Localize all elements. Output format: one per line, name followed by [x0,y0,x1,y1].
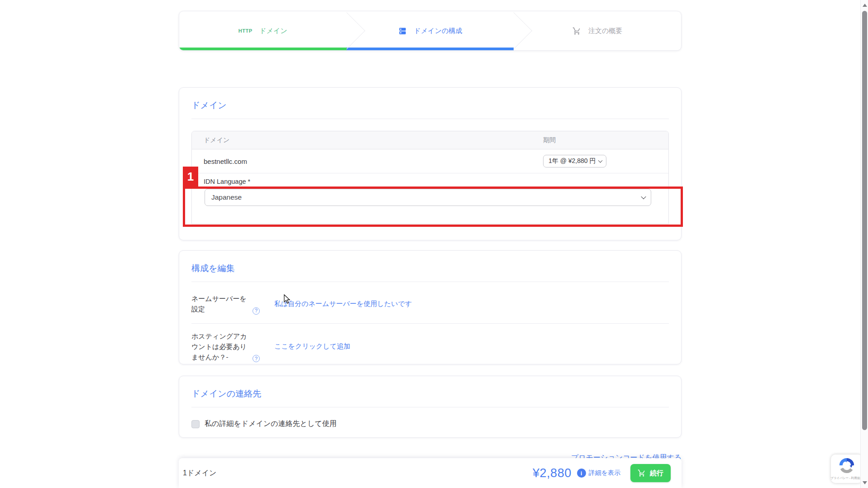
nameserver-row: ネームサーバーを設定? 私は自分のネームサーバーを使用したいです [191,282,669,324]
scrollbar-down-arrow[interactable] [863,481,867,484]
cart-icon [572,27,581,35]
recaptcha-badge[interactable]: プライバシー - 利用規約 [831,455,863,483]
checkout-stepper: HTTP ドメイン ドメインの構成 [179,11,682,51]
step-order-summary[interactable]: 注文の概要 [514,11,681,50]
step-domain[interactable]: HTTP ドメイン [179,11,347,50]
step-domain-label: ドメイン [260,27,287,35]
column-header-period: 期間 [543,136,668,144]
idn-language-cell: IDN Language * Japanese [192,173,668,224]
domain-count: 1ドメイン [183,469,216,478]
period-select[interactable]: 1年 @ ¥2,880 円 [543,155,606,167]
order-total: ¥2,880 [533,466,572,480]
step-domain-config[interactable]: ドメインの構成 [347,11,514,50]
divider [191,119,669,119]
scrollbar-thumb[interactable] [862,11,867,430]
annotation-badge-1: 1 [183,167,198,187]
hosting-account-label: ホスティングアカウントは必要ありませんか？-? [191,331,274,363]
period-select-value: 1年 @ ¥2,880 円 [548,157,596,165]
table-row: bestnetllc.com 1年 @ ¥2,880 円 [192,149,668,173]
divider [191,407,669,407]
domain-card-title: ドメイン [191,100,669,111]
order-summary-footer: 1ドメイン ¥2,880 i 詳細を表示 続行 [179,458,682,488]
http-icon: HTTP [238,28,253,33]
recaptcha-terms-label: プライバシー - 利用規約 [830,476,863,480]
step-domain-config-progress-bar [347,48,514,50]
help-icon[interactable]: ? [253,355,260,362]
idn-language-select[interactable]: Japanese [205,189,651,206]
step-order-summary-label: 注文の概要 [588,27,622,35]
use-my-details-label: 私の詳細をドメインの連絡先として使用 [205,419,337,429]
info-icon[interactable]: i [577,469,586,478]
domain-contacts-card: ドメインの連絡先 私の詳細をドメインの連絡先として使用 [179,376,682,438]
recaptcha-icon [839,457,855,475]
click-here-to-add-link[interactable]: ここをクリックして追加 [274,342,350,351]
continue-button[interactable]: 続行 [630,464,671,482]
domain-table: ドメイン 期間 bestnetllc.com 1年 @ ¥2,880 円 IDN… [191,131,669,224]
step-domain-config-label: ドメインの構成 [414,27,463,35]
server-icon [398,27,407,35]
continue-button-label: 続行 [650,469,663,478]
cart-icon [638,469,646,477]
column-header-domain: ドメイン [192,136,543,144]
step-domain-progress-bar [179,48,347,50]
use-my-details-checkbox[interactable] [191,420,200,428]
domain-card: ドメイン ドメイン 期間 bestnetllc.com 1年 @ ¥2,880 … [179,87,682,240]
domain-name: bestnetllc.com [192,158,543,165]
hosting-account-row: ホスティングアカウントは必要ありませんか？-? ここをクリックして追加 [191,324,669,372]
nameserver-label: ネームサーバーを設定? [191,293,274,315]
edit-configuration-card: 構成を編集 ネームサーバーを設定? 私は自分のネームサーバーを使用したいです ホ… [179,250,682,364]
show-details-link[interactable]: 詳細を表示 [589,469,620,477]
idn-language-label: IDN Language * [204,178,668,185]
idn-language-select-value: Japanese [211,193,242,201]
use-own-nameservers-link[interactable]: 私は自分のネームサーバーを使用したいです [274,300,412,308]
help-icon[interactable]: ? [253,307,260,315]
chevron-down-icon [598,158,603,163]
scrollbar-up-arrow[interactable] [863,4,867,7]
domain-contacts-title: ドメインの連絡先 [191,388,669,400]
scrollbar [860,0,868,488]
domain-table-header: ドメイン 期間 [192,131,668,149]
page: HTTP ドメイン ドメインの構成 [0,0,860,488]
edit-configuration-title: 構成を編集 [191,263,669,274]
chevron-down-icon [641,194,646,199]
use-my-details-row: 私の詳細をドメインの連絡先として使用 [191,419,669,429]
